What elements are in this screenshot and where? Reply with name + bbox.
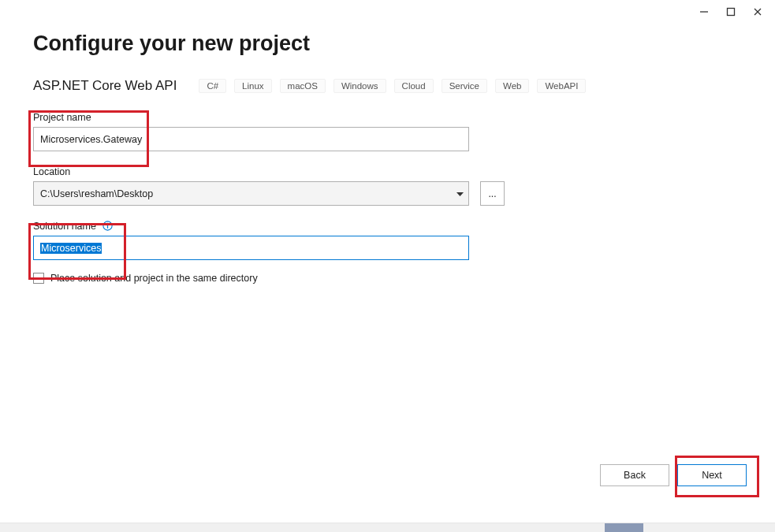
project-name-input[interactable] <box>33 127 469 151</box>
tag: Linux <box>234 79 272 93</box>
info-icon[interactable] <box>102 221 113 231</box>
project-name-label: Project name <box>33 112 91 123</box>
same-directory-checkbox[interactable] <box>33 273 44 284</box>
location-group: Location C:\Users\resham\Desktop ... <box>33 164 751 206</box>
location-value: C:\Users\resham\Desktop <box>40 188 153 199</box>
solution-name-input[interactable]: Microservices <box>33 236 469 260</box>
status-strip <box>0 523 775 532</box>
minimize-button[interactable] <box>698 6 710 18</box>
browse-button[interactable]: ... <box>480 181 505 206</box>
tag: Cloud <box>394 79 434 93</box>
svg-point-6 <box>107 223 109 225</box>
tag: macOS <box>280 79 326 93</box>
svg-rect-1 <box>728 9 735 16</box>
location-label: Location <box>33 166 70 177</box>
solution-name-label: Solution name <box>33 221 96 232</box>
project-name-group: Project name <box>33 110 751 151</box>
tag: Web <box>495 79 529 93</box>
page-title: Configure your new project <box>33 32 751 56</box>
location-combo[interactable]: C:\Users\resham\Desktop <box>33 181 469 206</box>
template-row: ASP.NET Core Web API C# Linux macOS Wind… <box>33 78 751 94</box>
maximize-button[interactable] <box>725 6 737 18</box>
back-button[interactable]: Back <box>600 464 669 486</box>
tag: WebAPI <box>537 79 586 93</box>
next-button[interactable]: Next <box>677 464 747 486</box>
solution-name-group: Solution name Microservices <box>33 218 751 260</box>
close-button[interactable] <box>751 6 764 18</box>
tag: C# <box>199 79 226 93</box>
tag: Windows <box>333 79 386 93</box>
template-name: ASP.NET Core Web API <box>33 78 177 94</box>
same-directory-label: Place solution and project in the same d… <box>50 273 258 284</box>
footer-buttons: Back Next <box>600 464 747 486</box>
tag: Service <box>442 79 487 93</box>
svg-marker-4 <box>456 192 464 196</box>
chevron-down-icon <box>456 188 464 199</box>
same-directory-row: Place solution and project in the same d… <box>33 273 751 284</box>
window-controls <box>698 0 775 24</box>
solution-name-value: Microservices <box>40 243 102 254</box>
